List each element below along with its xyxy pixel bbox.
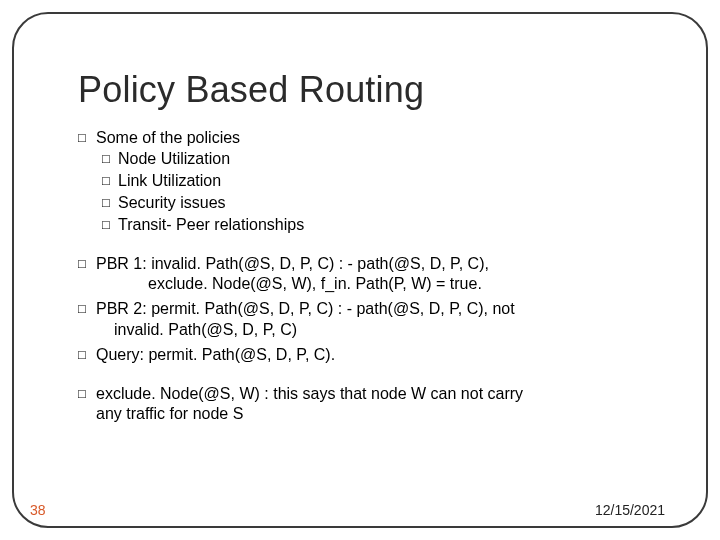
exclude-node-line2: any traffic for node S xyxy=(96,404,660,425)
policy-item: Security issues xyxy=(102,193,660,214)
policies-heading: Some of the policies xyxy=(78,128,660,149)
body-text: Some of the policies Node Utilization Li… xyxy=(78,128,660,426)
policy-item: Link Utilization xyxy=(102,171,660,192)
exclude-node-line1: exclude. Node(@S, W) : this says that no… xyxy=(78,384,660,405)
pbr1-line1: PBR 1: invalid. Path(@S, D, P, C) : - pa… xyxy=(78,254,660,275)
policy-item: Node Utilization xyxy=(102,149,660,170)
pbr2-line1: PBR 2: permit. Path(@S, D, P, C) : - pat… xyxy=(78,299,660,320)
pbr1-line2: exclude. Node(@S, W), f_in. Path(P, W) =… xyxy=(148,274,660,295)
policy-item: Transit- Peer relationships xyxy=(102,215,660,236)
page-number: 38 xyxy=(30,502,46,518)
slide: Policy Based Routing Some of the policie… xyxy=(0,0,720,540)
query-line: Query: permit. Path(@S, D, P, C). xyxy=(78,345,660,366)
slide-title: Policy Based Routing xyxy=(78,70,660,110)
pbr2-line2: invalid. Path(@S, D, P, C) xyxy=(114,320,660,341)
date-footer: 12/15/2021 xyxy=(595,502,665,518)
slide-content: Policy Based Routing Some of the policie… xyxy=(78,70,660,425)
